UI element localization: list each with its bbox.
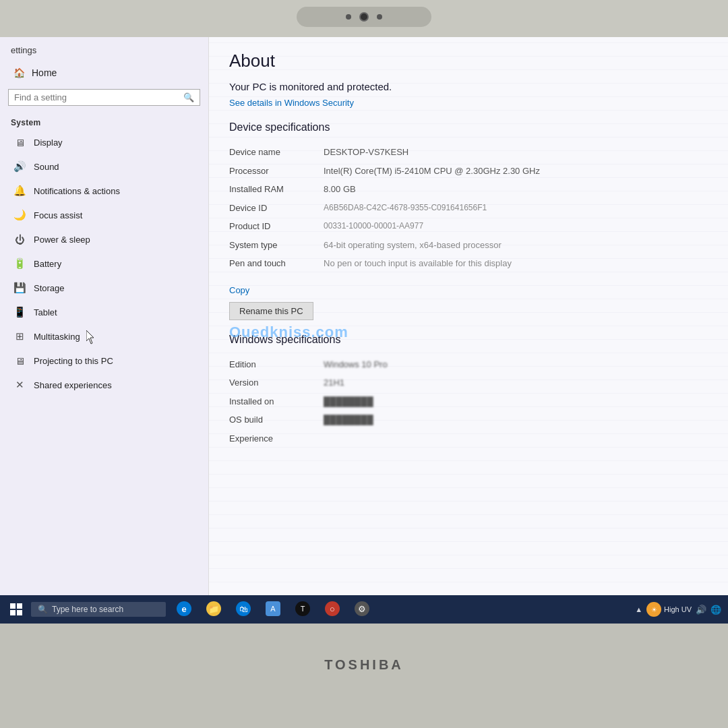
shared-icon: ✕ [13,379,26,391]
focus-label: Focus assist [34,210,82,220]
windows-specs-title: Windows specifications [229,334,708,346]
sidebar-item-sound[interactable]: 🔊 Sound [0,154,208,179]
spec-row-processor: Processor Intel(R) Core(TM) i5-2410M CPU… [229,162,708,181]
spec-label-pen-touch: Pen and touch [229,254,324,273]
sidebar-item-power[interactable]: ⏻ Power & sleep [0,227,208,251]
spec-row-pen-touch: Pen and touch No pen or touch input is a… [229,254,708,273]
win-spec-label-installed-on: Installed on [229,392,324,411]
projecting-label: Projecting to this PC [34,356,113,366]
win-spec-row-experience: Experience [229,429,708,448]
security-link[interactable]: See details in Windows Security [229,98,708,108]
start-button[interactable] [3,596,30,623]
search-input[interactable] [14,92,183,102]
spec-row-system-type: System type 64-bit operating system, x64… [229,236,708,255]
spec-label-product-id: Product ID [229,217,324,236]
camera-dot-right [377,14,382,20]
laptop-brand: TOSHIBA [324,657,404,673]
main-content: ettings 🏠 Home 🔍 System 🖥 Display [0,37,728,595]
taskbar-app-tiktok[interactable]: T [289,596,317,623]
storage-icon: 💾 [13,282,26,294]
sidebar-header: ettings [0,37,208,61]
spec-label-device-name: Device name [229,143,324,162]
spec-row-device-id: Device ID A6B56DA8-C42C-4678-9355-C09164… [229,199,708,218]
taskbar-app-store[interactable]: 🛍 [229,596,257,623]
display-icon: 🖥 [13,136,26,148]
win-spec-row-os-build: OS build ████████ [229,411,708,429]
sidebar-item-display[interactable]: 🖥 Display [0,130,208,154]
svg-rect-3 [17,610,22,615]
search-icon: 🔍 [183,92,194,102]
taskbar-speaker-icon[interactable]: 🔊 [696,605,706,615]
notifications-icon: 🔔 [13,185,26,197]
taskbar-search[interactable]: 🔍 Type here to search [31,602,166,617]
spec-value-system-type: 64-bit operating system, x64-based proce… [324,236,708,255]
taskbar: 🔍 Type here to search e 📁 🛍 A [0,595,728,624]
win-spec-label-version: Version [229,373,324,392]
svg-rect-1 [17,603,22,609]
search-box[interactable]: 🔍 [8,89,200,106]
win-spec-value-os-build: ████████ [324,411,708,429]
multitasking-label: Multitasking [34,332,80,342]
spec-value-ram: 8.00 GB [324,180,708,199]
camera-lens [359,12,369,22]
security-notice: Your PC is monitored and protected. [229,81,708,92]
spec-row-ram: Installed RAM 8.00 GB [229,180,708,199]
rename-pc-button[interactable]: Rename this PC [229,302,313,320]
win-spec-row-version: Version 21H1 [229,373,708,392]
sidebar-item-focus[interactable]: 🌙 Focus assist [0,203,208,227]
spec-row-product-id: Product ID 00331-10000-00001-AA977 [229,217,708,236]
spec-label-device-id: Device ID [229,199,324,218]
taskbar-app-edge[interactable]: e [170,596,198,623]
sidebar-item-projecting[interactable]: 🖥 Projecting to this PC [0,348,208,373]
sidebar-item-storage[interactable]: 💾 Storage [0,276,208,300]
camera-dot [346,14,351,20]
sidebar-home-button[interactable]: 🏠 Home [0,61,208,85]
tablet-icon: 📱 [13,306,26,318]
win-spec-value-edition: Windows 10 Pro [324,355,708,374]
taskbar-right: ▲ ☀ High UV 🔊 🌐 [635,602,725,617]
power-label: Power & sleep [34,235,90,245]
sidebar-item-shared[interactable]: ✕ Shared experiences [0,373,208,397]
storage-label: Storage [34,283,65,293]
display-label: Display [34,138,63,148]
taskbar-apps: e 📁 🛍 A T ○ [170,596,376,623]
taskbar-status: ☀ High UV [646,602,692,617]
win-spec-value-version: 21H1 [324,373,708,392]
spec-value-device-id: A6B56DA8-C42C-4678-9355-C091641656F1 [324,199,708,218]
win-spec-row-installed-on: Installed on ████████ [229,392,708,411]
win-spec-value-experience [324,429,708,448]
sidebar-item-notifications[interactable]: 🔔 Notifications & actions [0,179,208,203]
screen-area: ettings 🏠 Home 🔍 System 🖥 Display [0,37,728,624]
taskbar-up-arrow-icon[interactable]: ▲ [635,605,642,613]
device-specs-table: Device name DESKTOP-VS7KESH Processor In… [229,143,708,273]
sidebar-item-battery[interactable]: 🔋 Battery [0,251,208,276]
taskbar-search-icon: 🔍 [38,605,48,614]
sidebar-item-multitasking[interactable]: ⊞ Multitasking [0,324,208,348]
copy-link[interactable]: Copy [229,285,249,295]
uv-status-indicator: ☀ [646,602,661,617]
win-spec-row-edition: Edition Windows 10 Pro [229,355,708,374]
spec-value-pen-touch: No pen or touch input is available for t… [324,254,708,273]
laptop-bottom: TOSHIBA [0,624,728,728]
uv-status-label: High UV [664,605,692,613]
spec-label-processor: Processor [229,162,324,181]
svg-rect-0 [10,603,16,609]
spec-label-system-type: System type [229,236,324,255]
notifications-label: Notifications & actions [34,186,120,196]
page-title: About [229,51,708,71]
taskbar-app-settings[interactable]: ⚙ [348,596,376,623]
taskbar-network-icon[interactable]: 🌐 [710,605,721,615]
taskbar-app-file-explorer[interactable]: 📁 [200,596,228,623]
taskbar-app-custom2[interactable]: ○ [318,596,346,623]
battery-icon: 🔋 [13,257,26,270]
shared-label: Shared experiences [34,380,112,390]
taskbar-search-text: Type here to search [52,605,123,614]
projecting-icon: 🖥 [13,355,26,367]
sidebar-item-tablet[interactable]: 📱 Tablet [0,300,208,324]
spec-value-device-name: DESKTOP-VS7KESH [324,143,708,162]
system-section-label: System [0,113,208,130]
sound-icon: 🔊 [13,160,26,173]
sound-label: Sound [34,162,59,172]
taskbar-app-custom1[interactable]: A [259,596,287,623]
win-spec-label-edition: Edition [229,355,324,374]
